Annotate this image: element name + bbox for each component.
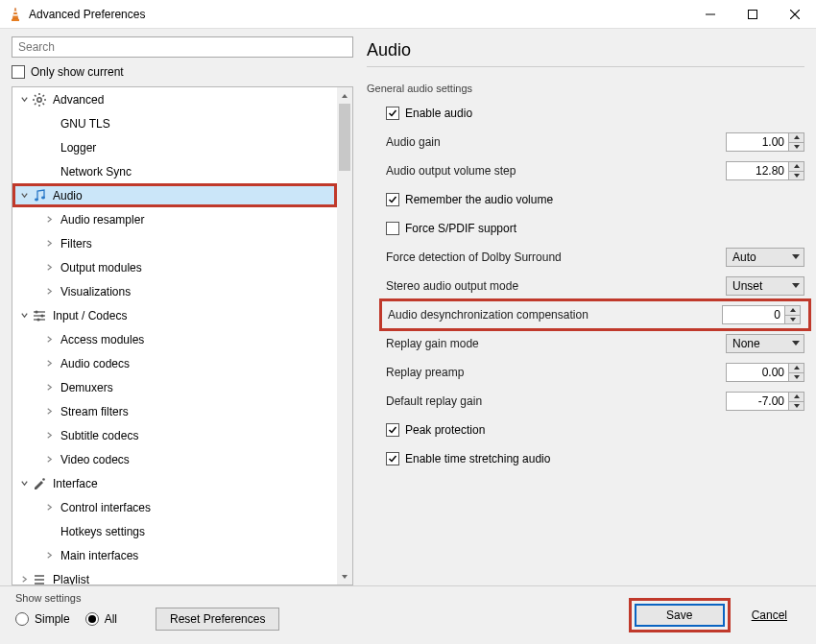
tree-node-playlist[interactable]: Playlist [12, 567, 337, 584]
settings-form: Enable audio Audio gain Audio output vol… [367, 104, 804, 468]
spin-up-icon[interactable] [789, 133, 804, 143]
tree-node-audio-codecs[interactable]: Audio codecs [12, 351, 337, 375]
settings-tree[interactable]: Advanced GNU TLS Logger Network Sync Aud… [12, 87, 337, 584]
scroll-up-icon[interactable] [337, 87, 352, 104]
desync-spinner[interactable] [722, 305, 801, 324]
spin-down-icon[interactable] [789, 402, 804, 411]
row-remember-volume: Remember the audio volume [386, 190, 804, 209]
svg-point-16 [36, 318, 39, 321]
replay-preamp-spinner[interactable] [726, 363, 804, 382]
only-show-current-checkbox[interactable] [12, 65, 25, 79]
volume-step-input[interactable] [726, 161, 789, 180]
svg-point-8 [37, 97, 41, 101]
chevron-down-icon [792, 254, 800, 260]
tree-container: Advanced GNU TLS Logger Network Sync Aud… [12, 86, 353, 585]
tree-label: Playlist [53, 573, 337, 585]
radio-all[interactable]: All [85, 612, 117, 626]
dolby-dropdown[interactable]: Auto [726, 248, 804, 267]
spin-down-icon[interactable] [789, 143, 804, 152]
scroll-down-icon[interactable] [337, 568, 352, 584]
scroll-track[interactable] [337, 104, 352, 568]
save-button[interactable]: Save [635, 604, 725, 627]
scroll-thumb[interactable] [339, 104, 350, 171]
search-input[interactable] [12, 36, 353, 58]
default-replay-input[interactable] [726, 392, 789, 411]
remember-volume-label: Remember the audio volume [405, 193, 553, 206]
panel-title: Audio [367, 36, 804, 67]
tree-node-advanced[interactable]: Advanced [12, 87, 337, 111]
force-spdif-checkbox[interactable]: Force S/PDIF support [386, 222, 516, 235]
checkbox-icon [386, 193, 399, 206]
show-settings-group: Show settings Simple All Reset Preferenc… [15, 592, 635, 631]
remember-volume-checkbox[interactable]: Remember the audio volume [386, 193, 553, 206]
spin-down-icon[interactable] [785, 316, 800, 324]
tree-node-video-codecs[interactable]: Video codecs [12, 447, 337, 471]
tree-node-network-sync[interactable]: Network Sync [12, 159, 337, 183]
svg-marker-35 [794, 404, 800, 408]
tree-node-interface[interactable]: Interface [12, 471, 337, 495]
tree-node-stream-filters[interactable]: Stream filters [12, 399, 337, 423]
chevron-down-icon [18, 95, 30, 104]
svg-marker-28 [792, 283, 800, 288]
tree-node-access-modules[interactable]: Access modules [12, 327, 337, 351]
row-peak-protection: Peak protection [386, 420, 804, 440]
desync-input[interactable] [722, 305, 785, 324]
cancel-button[interactable]: Cancel [738, 604, 801, 627]
chevron-right-icon [41, 455, 57, 464]
default-replay-spinner[interactable] [726, 392, 804, 411]
row-enable-audio: Enable audio [386, 104, 804, 123]
tree-node-visualizations[interactable]: Visualizations [12, 279, 337, 303]
svg-marker-25 [794, 164, 800, 168]
tree-node-logger[interactable]: Logger [12, 135, 337, 159]
chevron-right-icon [41, 407, 57, 416]
peak-protection-checkbox[interactable]: Peak protection [386, 423, 485, 437]
tree-node-control-interfaces[interactable]: Control interfaces [12, 495, 337, 519]
spin-down-icon[interactable] [789, 373, 804, 382]
svg-marker-27 [792, 254, 800, 259]
chevron-right-icon [18, 575, 30, 584]
radio-all-label: All [105, 612, 117, 626]
tree-node-subtitle-codecs[interactable]: Subtitle codecs [12, 423, 337, 447]
tree-node-output-modules[interactable]: Output modules [12, 255, 337, 279]
minimize-button[interactable] [689, 0, 732, 29]
window-controls [689, 0, 816, 29]
reset-preferences-button[interactable]: Reset Preferences [156, 608, 279, 631]
list-icon [32, 572, 47, 585]
tree-node-gnu-tls[interactable]: GNU TLS [12, 111, 337, 135]
spin-down-icon[interactable] [789, 172, 804, 180]
audio-gain-input[interactable] [726, 132, 789, 152]
checkbox-icon [386, 452, 399, 465]
replay-preamp-input[interactable] [726, 363, 789, 382]
checkbox-icon [386, 423, 399, 437]
tree-node-filters[interactable]: Filters [12, 231, 337, 255]
audio-gain-spinner[interactable] [726, 132, 804, 152]
time-stretching-checkbox[interactable]: Enable time stretching audio [386, 452, 550, 465]
tree-node-input-codecs[interactable]: Input / Codecs [12, 303, 337, 327]
svg-marker-22 [342, 575, 348, 579]
svg-marker-34 [794, 394, 800, 398]
spin-up-icon[interactable] [785, 306, 800, 316]
tree-node-audio[interactable]: Audio [12, 183, 337, 207]
tree-node-audio-resampler[interactable]: Audio resampler [12, 207, 337, 231]
volume-step-spinner[interactable] [726, 161, 804, 180]
svg-point-14 [35, 310, 37, 313]
spin-up-icon[interactable] [789, 364, 804, 373]
enable-audio-checkbox[interactable]: Enable audio [386, 107, 472, 120]
radio-simple[interactable]: Simple [15, 612, 70, 626]
spin-up-icon[interactable] [789, 393, 804, 402]
spin-up-icon[interactable] [789, 162, 804, 172]
row-time-stretching: Enable time stretching audio [386, 449, 804, 468]
tree-node-demuxers[interactable]: Demuxers [12, 375, 337, 399]
replay-mode-dropdown[interactable]: None [726, 334, 804, 353]
replay-preamp-label: Replay preamp [386, 366, 726, 379]
maximize-button[interactable] [732, 0, 774, 29]
tree-node-hotkeys-settings[interactable]: Hotkeys settings [12, 519, 337, 543]
only-show-current[interactable]: Only show current [12, 65, 353, 79]
tree-node-main-interfaces[interactable]: Main interfaces [12, 543, 337, 567]
stereo-mode-dropdown[interactable]: Unset [726, 276, 804, 296]
tree-scrollbar[interactable] [337, 87, 352, 584]
checkbox-icon [386, 222, 399, 235]
svg-rect-5 [749, 10, 757, 18]
close-button[interactable] [774, 0, 816, 29]
brush-icon [32, 476, 47, 491]
